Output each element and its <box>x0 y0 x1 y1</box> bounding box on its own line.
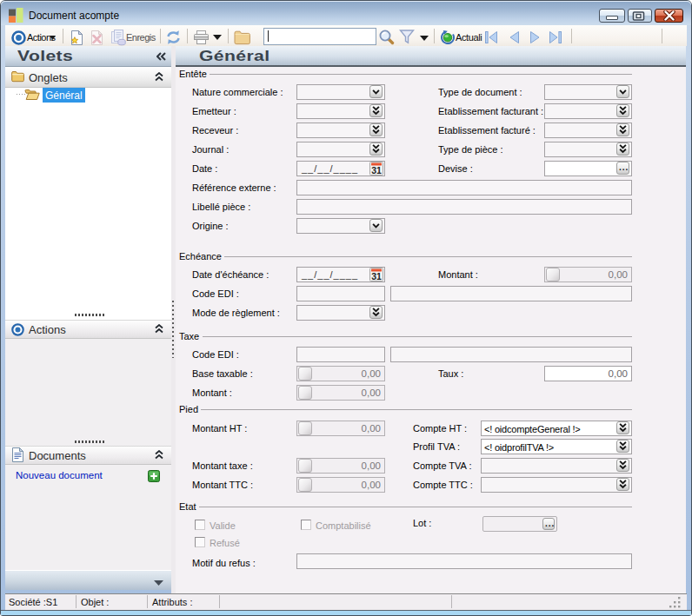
svg-text:31: 31 <box>371 165 382 176</box>
svg-text:31: 31 <box>371 271 382 282</box>
